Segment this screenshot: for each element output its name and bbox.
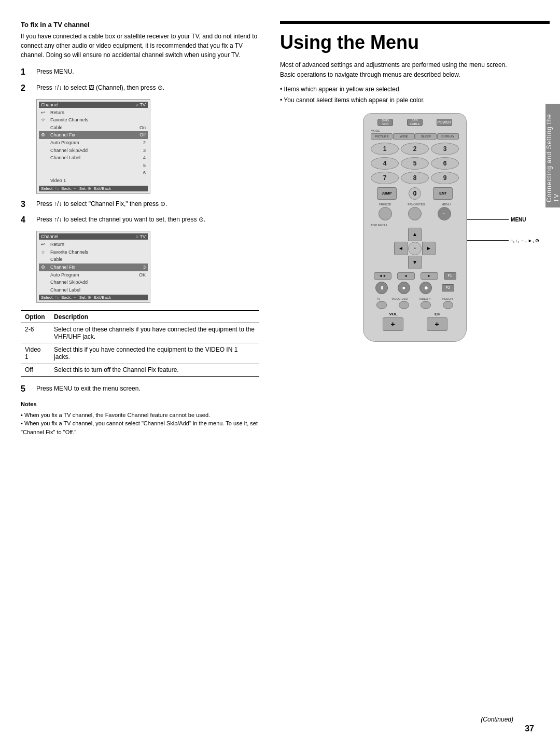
- sleep-button[interactable]: SLEEP: [415, 133, 437, 140]
- option-2-6: 2-6: [21, 323, 50, 343]
- ch-plus-button[interactable]: +: [427, 317, 447, 331]
- col-description: Description: [50, 311, 259, 323]
- dpad-up[interactable]: ▲: [408, 228, 422, 241]
- jump-button[interactable]: JUMP: [377, 187, 397, 200]
- dpad-right[interactable]: ►: [422, 242, 436, 255]
- step-3: 3 Press ↑/↓ to select "Channel Fix," the…: [21, 199, 259, 210]
- step-3-number: 3: [21, 199, 33, 210]
- right-column: Using the Menu Most of advanced settings…: [275, 21, 550, 728]
- dpad-down[interactable]: ▼: [408, 256, 422, 269]
- notes-section: Notes When you fix a TV channel, the Fav…: [21, 400, 259, 436]
- section-intro: If you have connected a cable box or sat…: [21, 32, 259, 60]
- remote-illustration: DVD/VCR SAT/CABLE POWER MODE PICTURE WID…: [280, 113, 550, 342]
- btn-4[interactable]: 4: [371, 157, 399, 170]
- bullet-list: Items which appear in yellow are selecte…: [280, 85, 550, 105]
- menu-annotation: MENU ↑, ↓, ←, ►, ⊙: [467, 217, 539, 243]
- record-button[interactable]: ⏺: [419, 282, 432, 294]
- option-off: Off: [21, 364, 50, 377]
- remote-control: DVD/VCR SAT/CABLE POWER MODE PICTURE WID…: [363, 113, 467, 342]
- sat-cable-button[interactable]: SAT/CABLE: [407, 119, 423, 126]
- section-title: To fix in a TV channel: [21, 21, 259, 29]
- step-2: 2 Press ↑/↓ to select 🖼 (Channel), then …: [21, 83, 259, 94]
- ch-label: CH: [435, 312, 441, 316]
- step-5: 5 Press MENU to exit the menu screen.: [21, 384, 259, 395]
- step-1: 1 Press MENU.: [21, 67, 259, 78]
- rewind-button[interactable]: ◄◄: [374, 272, 391, 280]
- page-number: 37: [525, 724, 534, 733]
- freeze-button[interactable]: [379, 207, 392, 220]
- step-5-number: 5: [21, 384, 33, 395]
- col-option: Option: [21, 311, 50, 323]
- desc-2-6: Select one of these channels if you have…: [50, 323, 259, 343]
- ffwd-button[interactable]: ►: [421, 272, 438, 280]
- btn-1[interactable]: 1: [371, 143, 399, 155]
- step-2-number: 2: [21, 83, 33, 94]
- btn-2[interactable]: 2: [401, 143, 429, 155]
- btn-5[interactable]: 5: [401, 157, 429, 170]
- btn-0[interactable]: 0: [409, 187, 421, 200]
- pause-button[interactable]: ⏸: [375, 282, 388, 294]
- continued-label: (Continued): [481, 716, 513, 723]
- screen-image-1: Channel○ TV ↩Return ☆Favorite Channels C…: [36, 99, 150, 194]
- src-video4-button[interactable]: [421, 301, 431, 309]
- options-table: Option Description 2-6 Select one of the…: [21, 310, 259, 377]
- stop-button[interactable]: ■: [398, 282, 410, 294]
- btn-9[interactable]: 9: [431, 172, 459, 184]
- table-row: Off Select this to turn off the Channel …: [21, 364, 259, 377]
- display-button[interactable]: DISPLAY: [437, 133, 459, 140]
- dvd-vcr-button[interactable]: DVD/VCR: [377, 119, 393, 126]
- step-4: 4 Press ↑/↓ to select the channel you wa…: [21, 215, 259, 226]
- picture-button[interactable]: PICTURE: [371, 133, 393, 140]
- dpad-left[interactable]: ◄: [394, 242, 408, 255]
- table-row: 2-6 Select one of these channels if you …: [21, 323, 259, 343]
- step-3-text: Press ↑/↓ to select "Channel Fix," then …: [36, 199, 259, 209]
- step-2-text: Press ↑/↓ to select 🖼 (Channel), then pr…: [36, 83, 259, 92]
- right-intro: Most of advanced settings and adjustment…: [280, 60, 550, 80]
- src-video5-button[interactable]: [443, 301, 453, 309]
- dpad-center[interactable]: +: [408, 242, 422, 255]
- bullet-item: Items which appear in yellow are selecte…: [280, 85, 550, 94]
- desc-off: Select this to turn off the Channel Fix …: [50, 364, 259, 377]
- src-video123-button[interactable]: [399, 301, 409, 309]
- table-row: Video 1 Select this if you have connecte…: [21, 343, 259, 364]
- notes-title: Notes: [21, 400, 259, 409]
- step-1-number: 1: [21, 67, 33, 78]
- favorites-button[interactable]: [408, 207, 422, 220]
- step-4-text: Press ↑/↓ to select the channel you want…: [36, 215, 259, 224]
- bullet-item: You cannot select items which appear in …: [280, 96, 550, 105]
- prev-button[interactable]: ◄: [397, 272, 415, 280]
- f1-button[interactable]: F1: [444, 272, 456, 280]
- src-tv-button[interactable]: [376, 301, 387, 309]
- power-button[interactable]: POWER: [437, 119, 452, 126]
- page-title: Using the Menu: [280, 32, 550, 53]
- screen-image-2: Channel○ TV ↩Return ☆Favorite Channels C…: [36, 231, 150, 303]
- menu-button[interactable]: ←: [438, 207, 451, 220]
- left-column: To fix in a TV channel If you have conne…: [21, 21, 275, 728]
- step-4-number: 4: [21, 215, 33, 226]
- step-5-text: Press MENU to exit the menu screen.: [36, 384, 259, 393]
- f2-button[interactable]: F2: [442, 284, 454, 292]
- option-video1: Video 1: [21, 343, 50, 364]
- vol-plus-button[interactable]: +: [383, 317, 403, 331]
- btn-7[interactable]: 7: [371, 172, 399, 184]
- ent-button[interactable]: ENT: [433, 187, 453, 200]
- desc-video1: Select this if you have connected the eq…: [50, 343, 259, 364]
- vol-label: VOL: [389, 312, 397, 316]
- step-1-text: Press MENU.: [36, 67, 259, 76]
- btn-3[interactable]: 3: [431, 143, 459, 155]
- header-bar: [280, 21, 550, 24]
- btn-6[interactable]: 6: [431, 157, 459, 170]
- note-item: When you fix a TV channel, the Favorite …: [21, 411, 259, 420]
- wide-button[interactable]: WIDE: [393, 133, 415, 140]
- note-item: When you fix a TV channel, you cannot se…: [21, 419, 259, 436]
- btn-8[interactable]: 8: [401, 172, 429, 184]
